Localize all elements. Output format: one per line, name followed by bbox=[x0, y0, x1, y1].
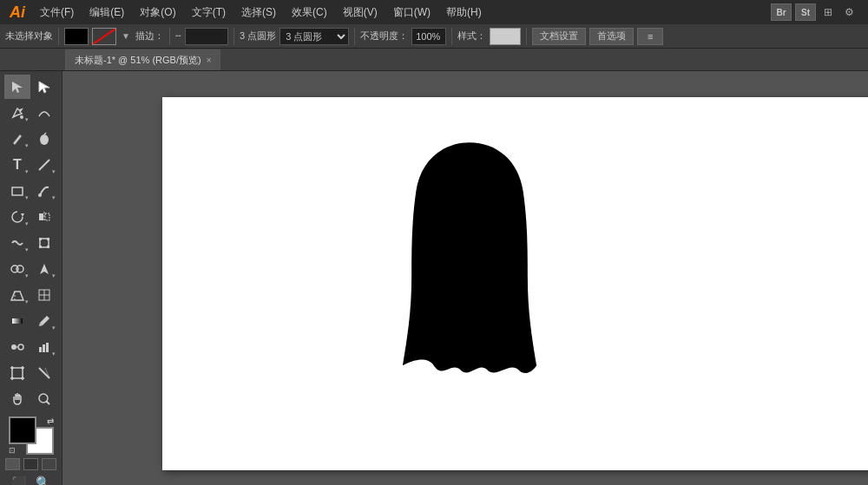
svg-line-42 bbox=[46, 401, 49, 404]
point-shape-select[interactable]: 3 点圆形 bbox=[279, 28, 349, 45]
behind-mode-btn[interactable] bbox=[23, 458, 38, 470]
graph-tool[interactable]: ▾ bbox=[31, 335, 57, 359]
menu-file[interactable]: 文件(F) bbox=[33, 2, 81, 23]
tool-row-12 bbox=[2, 361, 60, 385]
direct-selection-tool[interactable] bbox=[31, 75, 57, 99]
toggle-view-btn[interactable]: 🔍 bbox=[33, 474, 54, 485]
svg-rect-15 bbox=[47, 246, 49, 248]
tab-title: 未标题-1* @ 51% (RGB/预览) bbox=[75, 54, 201, 67]
separator-3 bbox=[233, 28, 234, 45]
curvature-tool[interactable] bbox=[31, 101, 57, 125]
svg-rect-27 bbox=[39, 347, 42, 352]
svg-marker-1 bbox=[39, 82, 49, 93]
bridge-icons: Br St ⊞ ⚙ bbox=[771, 3, 865, 21]
ai-logo: Ai bbox=[3, 0, 31, 24]
paintbrush-tool[interactable]: ▾ bbox=[31, 179, 57, 203]
mesh-tool[interactable] bbox=[31, 283, 57, 307]
swap-colors-icon[interactable]: ⇄ bbox=[47, 416, 54, 426]
shape-builder-tool[interactable]: ▾ bbox=[4, 257, 30, 281]
default-colors-icon[interactable]: ⊡ bbox=[9, 446, 16, 455]
stroke-swatch[interactable] bbox=[92, 28, 116, 45]
warp-tool[interactable]: ▾ bbox=[4, 231, 30, 255]
style-swatch[interactable] bbox=[490, 28, 521, 45]
zoom-tool[interactable] bbox=[31, 387, 57, 411]
more-options-button[interactable]: ≡ bbox=[637, 28, 663, 45]
no-selection-label: 未选择对象 bbox=[5, 29, 53, 43]
rectangle-tool[interactable]: ▾ bbox=[4, 179, 30, 203]
svg-line-39 bbox=[39, 368, 49, 378]
svg-point-3 bbox=[40, 134, 49, 145]
svg-rect-23 bbox=[12, 318, 23, 324]
style-label: 样式： bbox=[457, 29, 486, 43]
svg-rect-30 bbox=[12, 368, 23, 378]
mode-icons bbox=[5, 458, 56, 470]
opacity-label: 不透明度： bbox=[360, 29, 408, 43]
tool-row-5: ▾ ▾ bbox=[2, 179, 60, 203]
menu-edit[interactable]: 编辑(E) bbox=[82, 2, 131, 23]
free-transform-tool[interactable] bbox=[31, 231, 57, 255]
opacity-input[interactable] bbox=[411, 28, 446, 45]
type-tool[interactable]: T ▾ bbox=[4, 153, 30, 177]
selection-tool[interactable] bbox=[4, 75, 30, 99]
perspective-tool[interactable]: ▾ bbox=[4, 283, 30, 307]
arrange-icon[interactable]: ⚙ bbox=[840, 3, 858, 21]
bottom-tool-icons: ⬛ 🔍 bbox=[5, 474, 56, 485]
prefs-button[interactable]: 首选项 bbox=[589, 28, 634, 45]
inside-mode-btn[interactable] bbox=[42, 458, 56, 470]
main-layout: ▾ ▾ T ▾ ▾ bbox=[0, 71, 868, 485]
svg-rect-5 bbox=[12, 187, 23, 195]
menu-type[interactable]: 文字(T) bbox=[185, 2, 233, 23]
normal-mode-btn[interactable] bbox=[5, 458, 20, 470]
hand-tool[interactable] bbox=[4, 387, 30, 411]
stroke-label: 描边： bbox=[135, 29, 164, 43]
foreground-color-swatch[interactable] bbox=[9, 416, 36, 444]
menu-view[interactable]: 视图(V) bbox=[336, 2, 385, 23]
workspace-icon[interactable]: ⊞ bbox=[819, 3, 837, 21]
change-screen-mode-btn[interactable]: ⬛ bbox=[9, 474, 30, 485]
svg-rect-9 bbox=[45, 213, 49, 220]
canvas-area[interactable] bbox=[62, 71, 868, 485]
svg-marker-0 bbox=[12, 82, 23, 93]
menu-window[interactable]: 窗口(W) bbox=[386, 2, 437, 23]
tab-close-button[interactable]: × bbox=[207, 56, 212, 65]
svg-rect-13 bbox=[47, 238, 49, 240]
tab-bar: 未标题-1* @ 51% (RGB/预览) × bbox=[0, 49, 868, 71]
separator-6 bbox=[526, 28, 527, 45]
tool-row-9: ▾ bbox=[2, 283, 60, 307]
svg-point-17 bbox=[16, 265, 23, 272]
bridge-button[interactable]: Br bbox=[771, 3, 792, 21]
tools-panel: ▾ ▾ T ▾ ▾ bbox=[0, 71, 62, 485]
menu-select[interactable]: 选择(S) bbox=[234, 2, 283, 23]
menu-object[interactable]: 对象(O) bbox=[133, 2, 182, 23]
stroke-arrow[interactable]: ▼ bbox=[120, 28, 132, 45]
stock-button[interactable]: St bbox=[795, 3, 816, 21]
fill-swatch[interactable] bbox=[64, 28, 89, 45]
tool-row-3: ▾ bbox=[2, 127, 60, 151]
stroke-width-input[interactable] bbox=[185, 28, 228, 45]
menu-effect[interactable]: 效果(C) bbox=[285, 2, 334, 23]
tool-row-13 bbox=[2, 387, 60, 411]
doc-setup-button[interactable]: 文档设置 bbox=[532, 28, 586, 45]
artboard-tool[interactable] bbox=[4, 361, 30, 385]
line-tool[interactable]: ▾ bbox=[31, 153, 57, 177]
blob-brush-tool[interactable] bbox=[31, 127, 57, 151]
reflect-tool[interactable] bbox=[31, 205, 57, 229]
svg-point-2 bbox=[20, 115, 23, 119]
svg-point-25 bbox=[18, 344, 23, 350]
pen-tool[interactable]: ▾ bbox=[4, 101, 30, 125]
tool-row-2: ▾ bbox=[2, 101, 60, 125]
point-shape-label: 3 点圆形 bbox=[240, 29, 276, 43]
color-stack: ⇄ ⊡ bbox=[9, 416, 54, 455]
tool-row-7: ▾ bbox=[2, 231, 60, 255]
slice-tool[interactable] bbox=[31, 361, 57, 385]
blend-tool[interactable] bbox=[4, 335, 30, 359]
menu-help[interactable]: 帮助(H) bbox=[439, 2, 489, 23]
rotate-tool[interactable]: ▾ bbox=[4, 205, 30, 229]
separator-4 bbox=[354, 28, 355, 45]
gradient-tool[interactable] bbox=[4, 309, 30, 333]
tool-row-1 bbox=[2, 75, 60, 99]
live-paint-tool[interactable]: ▾ bbox=[31, 257, 57, 281]
document-tab[interactable]: 未标题-1* @ 51% (RGB/预览) × bbox=[65, 49, 220, 70]
pencil-tool[interactable]: ▾ bbox=[4, 127, 30, 151]
eyedropper-tool[interactable]: ▾ bbox=[31, 309, 57, 333]
